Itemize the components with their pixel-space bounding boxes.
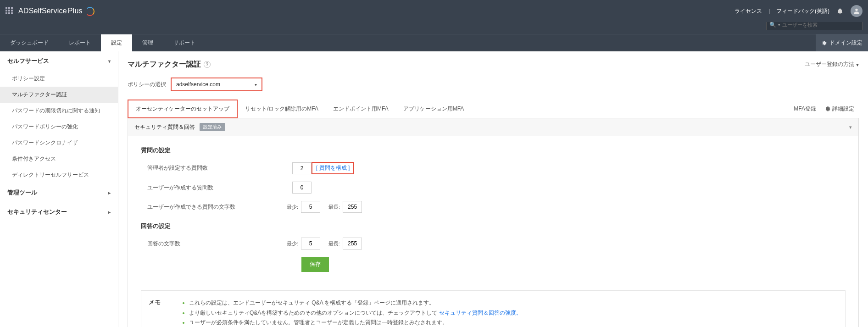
- sidebar-item-pwsync[interactable]: パスワードシンクロナイザ: [0, 135, 118, 151]
- subtab-reset-mfa[interactable]: リセット/ロック解除用のMFA: [238, 100, 326, 117]
- divider: |: [768, 8, 770, 14]
- main-nav: ダッシュボード レポート 設定 管理 サポート ドメイン設定: [0, 34, 868, 51]
- chevron-down-icon: ▾: [856, 61, 859, 68]
- chevron-down-icon: ▾: [250, 82, 262, 87]
- answer-char-label: 回答の文字数: [141, 240, 278, 248]
- sidebar-item-directory[interactable]: ディレクトリーセルフサービス: [0, 167, 118, 183]
- brand-logo: ADSelfServicePlus: [18, 7, 83, 15]
- policy-select-label: ポリシーの選択: [128, 81, 166, 89]
- sidebar-section-security-center[interactable]: セキュリティセンター▸: [0, 202, 118, 222]
- search-icon: 🔍: [769, 22, 776, 28]
- question-char-label: ユーザーが作成できる質問の文字数: [141, 203, 278, 211]
- mfa-registration-link[interactable]: MFA登録: [794, 105, 816, 113]
- panel-header[interactable]: セキュリティ質問＆回答 設定済み ▾: [128, 118, 858, 136]
- status-badge: 設定済み: [200, 123, 225, 131]
- note-box: メモ これらの設定は、エンドユーザーがセキュリティ Q&A を構成する「登録」ペ…: [141, 290, 846, 327]
- subtab-endpoint-mfa[interactable]: エンドポイント用MFA: [326, 100, 396, 117]
- domain-settings-button[interactable]: ドメイン設定: [816, 34, 868, 51]
- user-question-count-label: ユーザーが作成する質問数: [141, 184, 292, 192]
- answer-char-min-input[interactable]: [301, 238, 320, 249]
- note-item: これらの設定は、エンドユーザーがセキュリティ Q&A を構成する「登録」ページに…: [189, 298, 522, 308]
- max-label: 最長:: [328, 240, 340, 247]
- sidebar-item-pwpolicy[interactable]: パスワードポリシーの強化: [0, 119, 118, 135]
- min-label: 最少:: [287, 240, 298, 247]
- note-item: より厳しいセキュリティQ&Aを構築するためのその他のオプションについては、チェッ…: [189, 308, 522, 318]
- panel-title: セキュリティ質問＆回答: [134, 123, 195, 131]
- user-avatar[interactable]: [851, 5, 862, 17]
- answer-settings-title: 回答の設定: [141, 222, 846, 230]
- nav-report[interactable]: レポート: [59, 34, 101, 51]
- bell-icon[interactable]: [836, 7, 844, 15]
- content-area: マルチファクター認証 ? ユーザー登録の方法 ▾ ポリシーの選択 adselfs…: [118, 51, 868, 327]
- question-settings-title: 質問の設定: [141, 146, 846, 155]
- note-item: ユーザーが必須条件を満たしていません。管理者とユーザーが定義した質問は一時登録と…: [189, 318, 522, 327]
- min-label: 最少:: [287, 204, 298, 211]
- chevron-right-icon: ▸: [108, 210, 111, 215]
- user-question-count-input[interactable]: [292, 182, 312, 194]
- sidebar-section-admin-tools[interactable]: 管理ツール▸: [0, 183, 118, 202]
- brand-swirl-icon: [85, 7, 94, 15]
- sidebar-item-conditional[interactable]: 条件付きアクセス: [0, 151, 118, 167]
- question-char-max-input[interactable]: [343, 201, 362, 213]
- security-qa-panel: セキュリティ質問＆回答 設定済み ▾ 質問の設定 管理者が設定する質問数 [ 質…: [128, 118, 859, 327]
- page-title: マルチファクター認証 ?: [128, 60, 211, 69]
- nav-admin[interactable]: 管理: [132, 34, 163, 51]
- question-char-min-input[interactable]: [301, 201, 320, 213]
- admin-question-count-label: 管理者が設定する質問数: [141, 164, 292, 172]
- nav-settings[interactable]: 設定: [101, 34, 132, 51]
- security-qa-strength-link[interactable]: セキュリティ質問＆回答の強度。: [439, 310, 522, 316]
- subtab-authenticator-setup[interactable]: オーセンティケーターのセットアップ: [128, 100, 238, 118]
- search-dropdown-icon[interactable]: ▾: [778, 22, 780, 27]
- subtab-application-mfa[interactable]: アプリケーション用MFA: [396, 100, 472, 117]
- subtab-bar: オーセンティケーターのセットアップ リセット/ロック解除用のMFA エンドポイン…: [128, 100, 859, 118]
- sidebar-item-mfa[interactable]: マルチファクター認証: [0, 87, 118, 103]
- sidebar-item-policy[interactable]: ポリシー設定: [0, 71, 118, 87]
- sidebar: セルフサービス▾ ポリシー設定 マルチファクター認証 パスワードの期限切れに関す…: [0, 51, 118, 327]
- license-link[interactable]: ライセンス: [734, 7, 762, 15]
- chevron-down-icon: ▾: [108, 59, 111, 64]
- search-input[interactable]: [782, 22, 859, 28]
- nav-dashboard[interactable]: ダッシュボード: [0, 34, 59, 51]
- max-label: 最長:: [328, 204, 340, 211]
- feedback-link[interactable]: フィードバック(英語): [776, 7, 829, 15]
- sidebar-item-pwexpiry[interactable]: パスワードの期限切れに関する通知: [0, 103, 118, 119]
- help-icon[interactable]: ?: [204, 61, 211, 68]
- svg-point-0: [855, 9, 857, 11]
- registration-method-link[interactable]: ユーザー登録の方法 ▾: [805, 61, 859, 68]
- configure-questions-link[interactable]: [ 質問を構成 ]: [312, 162, 354, 174]
- policy-select-value: adselfservice.com: [172, 81, 250, 88]
- save-button[interactable]: 保存: [301, 257, 329, 272]
- gear-icon: [824, 106, 830, 112]
- note-label: メモ: [149, 298, 167, 327]
- app-launcher-icon[interactable]: [6, 7, 14, 15]
- chevron-right-icon: ▸: [108, 190, 111, 195]
- answer-char-max-input[interactable]: [343, 238, 362, 249]
- gear-icon: [821, 40, 827, 46]
- top-bar: ADSelfServicePlus ライセンス | フィードバック(英語): [0, 0, 868, 22]
- admin-question-count-input[interactable]: [292, 162, 312, 174]
- advanced-settings-link[interactable]: 詳細設定: [824, 105, 854, 113]
- chevron-down-icon: ▾: [849, 124, 852, 130]
- policy-select[interactable]: adselfservice.com ▾: [171, 78, 262, 91]
- sidebar-section-selfservice[interactable]: セルフサービス▾: [0, 51, 118, 71]
- nav-support[interactable]: サポート: [163, 34, 206, 51]
